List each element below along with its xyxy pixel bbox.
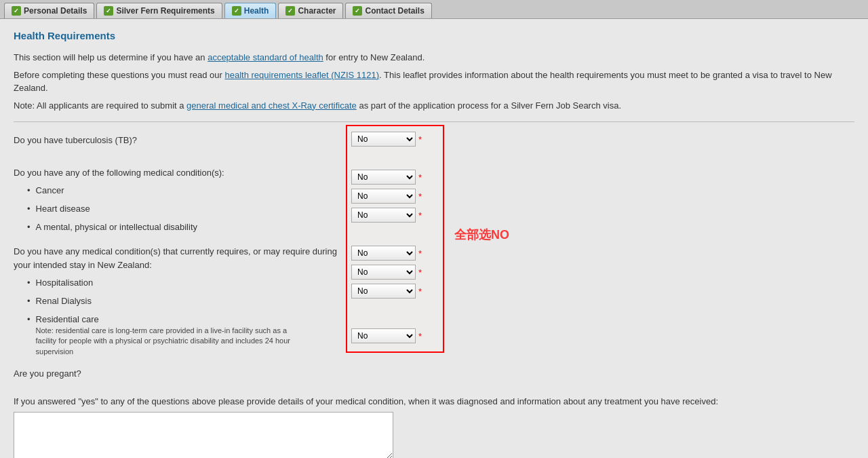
mental-disability-label: A mental, physical or intellectual disab… xyxy=(36,222,197,232)
acceptable-health-link-1[interactable]: acceptable standard of health xyxy=(208,52,323,62)
cancer-select[interactable]: No Yes xyxy=(351,170,416,185)
heart-disease-select[interactable]: No Yes xyxy=(351,189,416,204)
pregnant-text: Are you pregant? xyxy=(14,368,81,379)
tb-required-star: * xyxy=(418,134,422,145)
heart-disease-required-star: * xyxy=(418,191,422,202)
pregnant-required-star: * xyxy=(418,331,422,341)
tab-label: Character xyxy=(298,6,336,16)
mental-disability-required-star: * xyxy=(418,210,422,221)
intro-text-2: Before completing these questions you mu… xyxy=(14,69,854,95)
intro-text-3: Note: All applicants are required to sub… xyxy=(14,99,854,113)
tab-label: Contact Details xyxy=(365,6,424,16)
details-section: If you answered "yes" to any of the ques… xyxy=(14,395,854,458)
medical-conditions-text: Do you have any of the following medical… xyxy=(14,168,224,178)
hospitalisation-label: Hospitalisation xyxy=(36,278,94,288)
renal-dialysis-dropdown-group: No Yes * xyxy=(351,265,439,280)
check-icon: ✓ xyxy=(12,6,21,16)
tab-personal-details[interactable]: ✓ Personal Details xyxy=(4,3,94,18)
hospitalisation-select[interactable]: No Yes xyxy=(351,246,416,261)
divider xyxy=(14,121,854,122)
residential-care-label: Residential care xyxy=(36,314,294,324)
tab-contact-details[interactable]: ✓ Contact Details xyxy=(345,3,431,18)
pregnant-question-row: Are you pregant? xyxy=(14,365,854,383)
cancer-label: Cancer xyxy=(36,185,64,195)
dropdowns-column: No Yes * No Yes * No Yes xyxy=(346,125,444,353)
tab-silver-fern[interactable]: ✓ Silver Fern Requirements xyxy=(96,3,222,18)
annotation-text: 全部选NO xyxy=(454,227,509,243)
tab-label: Personal Details xyxy=(24,6,87,16)
residential-care-select[interactable]: No Yes xyxy=(351,284,416,299)
renal-dialysis-label: Renal Dialysis xyxy=(36,296,92,306)
hospitalisation-dropdown-group: No Yes * xyxy=(351,246,439,261)
check-icon: ✓ xyxy=(285,6,295,16)
hospitalisation-required-star: * xyxy=(418,248,422,259)
tb-question-text: Do you have tuberculosis (TB)? xyxy=(14,135,137,145)
details-label: If you answered "yes" to any of the ques… xyxy=(14,395,854,408)
tab-label: Health xyxy=(244,6,269,16)
intro-text-1: This section will help us determine if y… xyxy=(14,51,854,64)
cancer-dropdown-group: No Yes * xyxy=(351,170,439,185)
heart-disease-dropdown-group: No Yes * xyxy=(351,189,439,204)
renal-dialysis-required-star: * xyxy=(418,267,422,278)
check-icon: ✓ xyxy=(232,6,241,16)
pregnant-dropdown-group: No Yes * xyxy=(351,328,439,343)
page-title: Health Requirements xyxy=(14,30,854,41)
ongoing-medical-text: Do you have any medical condition(s) tha… xyxy=(14,246,337,270)
residential-care-dropdown-group: No Yes * xyxy=(351,284,439,299)
medical-certificate-link[interactable]: general medical and chest X-Ray certific… xyxy=(186,100,357,111)
mental-disability-dropdown-group: No Yes * xyxy=(351,208,439,223)
tab-bar: ✓ Personal Details ✓ Silver Fern Require… xyxy=(0,0,868,19)
tb-select[interactable]: No Yes xyxy=(351,132,416,147)
ongoing-medical-row: Do you have any medical condition(s) tha… xyxy=(14,243,339,273)
residential-care-required-star: * xyxy=(418,286,422,297)
pregnant-select[interactable]: No Yes xyxy=(351,328,416,343)
residential-care-note: Note: residential care is long-term care… xyxy=(36,326,294,357)
tb-dropdown-group: No Yes * xyxy=(351,132,439,147)
medical-details-textarea[interactable] xyxy=(14,412,393,458)
health-leaflet-link[interactable]: health requirements leaflet (NZIS 1121) xyxy=(224,70,379,80)
mental-disability-select[interactable]: No Yes xyxy=(351,208,416,223)
heart-disease-label: Heart disease xyxy=(36,204,90,214)
tab-health[interactable]: ✓ Health xyxy=(224,3,277,18)
check-icon: ✓ xyxy=(104,6,113,16)
questions-area: Do you have tuberculosis (TB)? Do you ha… xyxy=(14,132,854,385)
cancer-required-star: * xyxy=(418,172,422,183)
main-content: Health Requirements This section will he… xyxy=(0,19,868,458)
renal-dialysis-select[interactable]: No Yes xyxy=(351,265,416,280)
tab-label: Silver Fern Requirements xyxy=(116,6,214,16)
check-icon: ✓ xyxy=(353,6,362,16)
tab-character[interactable]: ✓ Character xyxy=(278,3,343,18)
